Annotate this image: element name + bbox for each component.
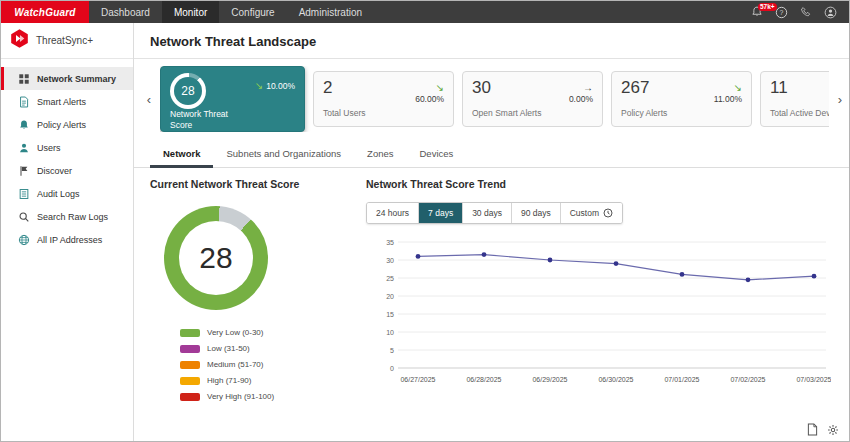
legend-label: Medium (51-70) bbox=[207, 360, 263, 369]
sidebar-item-smart-alerts[interactable]: Smart Alerts bbox=[1, 90, 133, 113]
legend-swatch bbox=[180, 377, 200, 385]
threat-score-legend: Very Low (0-30) Low (31-50) Medium (51-7… bbox=[180, 328, 362, 401]
carousel-next-icon[interactable]: › bbox=[833, 92, 847, 107]
threat-score-donut-chart: 28 bbox=[164, 206, 268, 310]
kpi-cards-carousel: ‹ 28 ↘ 10.00% Network Threat Score 2 bbox=[134, 59, 849, 139]
help-icon[interactable]: ? bbox=[775, 6, 788, 19]
tab-devices[interactable]: Devices bbox=[407, 141, 467, 168]
svg-text:35: 35 bbox=[386, 239, 394, 246]
range-custom-button[interactable]: Custom bbox=[561, 203, 622, 223]
card-label: Total Users bbox=[323, 108, 403, 119]
account-user-icon[interactable] bbox=[824, 6, 837, 19]
carousel-prev-icon[interactable]: ‹ bbox=[142, 92, 156, 107]
svg-text:15: 15 bbox=[386, 311, 394, 318]
sidebar-item-network-summary[interactable]: Network Summary bbox=[1, 67, 133, 90]
sidebar-menu: Network Summary Smart Alerts Policy Aler… bbox=[1, 59, 133, 251]
sidebar-item-label: Network Summary bbox=[37, 74, 116, 84]
card-label: Total Active Devices bbox=[770, 108, 829, 119]
sidebar-item-policy-alerts[interactable]: Policy Alerts bbox=[1, 113, 133, 136]
svg-text:5: 5 bbox=[390, 347, 394, 354]
range-7-days-button[interactable]: 7 days bbox=[419, 203, 463, 223]
sidebar-item-label: Policy Alerts bbox=[37, 120, 86, 130]
sidebar: ThreatSync+ Network Summary Smart Alerts… bbox=[1, 23, 134, 441]
navbar-utility-icons: 57k+ ? bbox=[751, 1, 849, 23]
threat-score-mini-gauge: 28 bbox=[170, 73, 206, 109]
svg-text:0: 0 bbox=[390, 365, 394, 372]
notifications-bell-icon[interactable]: 57k+ bbox=[751, 6, 763, 18]
svg-text:30: 30 bbox=[386, 257, 394, 264]
dashboard-grid-icon bbox=[17, 73, 30, 85]
user-icon bbox=[17, 142, 30, 154]
legend-label: Low (31-50) bbox=[207, 344, 250, 353]
card-network-threat-score[interactable]: 28 ↘ 10.00% Network Threat Score bbox=[160, 66, 305, 132]
tab-network[interactable]: Network bbox=[150, 141, 213, 168]
threat-score-delta: ↘ 10.00% bbox=[255, 81, 295, 91]
tab-zones[interactable]: Zones bbox=[354, 141, 406, 168]
time-range-selector: 24 hours 7 days 30 days 90 days Custom bbox=[366, 202, 623, 224]
dashboard-panels: Current Network Threat Score 28 Very Low… bbox=[134, 168, 849, 441]
globe-icon bbox=[17, 234, 30, 246]
sidebar-item-search-raw-logs[interactable]: Search Raw Logs bbox=[1, 205, 133, 228]
sidebar-item-label: Users bbox=[37, 143, 61, 153]
search-icon bbox=[17, 211, 30, 223]
card-label: Policy Alerts bbox=[621, 108, 701, 119]
threat-score-value: 28 bbox=[181, 84, 194, 98]
alert-bell-icon bbox=[17, 119, 30, 131]
card-delta: ↘ 60.00% bbox=[415, 83, 444, 104]
clock-icon bbox=[603, 208, 613, 218]
card-policy-alerts[interactable]: 267 ↘ 11.00% Policy Alerts bbox=[611, 71, 752, 127]
legend-item: Low (31-50) bbox=[180, 344, 362, 353]
nav-item-configure[interactable]: Configure bbox=[219, 1, 286, 23]
tab-subnets-and-organizations[interactable]: Subnets and Organizations bbox=[213, 141, 354, 168]
watchguard-logo[interactable]: WatchGuard bbox=[1, 1, 89, 23]
delta-percent: 10.00% bbox=[266, 82, 295, 91]
support-phone-icon[interactable] bbox=[800, 6, 812, 18]
legend-item: Medium (51-70) bbox=[180, 360, 362, 369]
svg-text:06/28/2025: 06/28/2025 bbox=[466, 376, 501, 383]
svg-text:07/01/2025: 07/01/2025 bbox=[664, 376, 699, 383]
card-label: Open Smart Alerts bbox=[472, 108, 552, 119]
sidebar-item-label: Discover bbox=[37, 166, 72, 176]
svg-text:06/30/2025: 06/30/2025 bbox=[598, 376, 633, 383]
kpi-cards-track: 28 ↘ 10.00% Network Threat Score 2 ↘ 60.… bbox=[160, 66, 829, 132]
top-navbar: WatchGuard Dashboard Monitor Configure A… bbox=[1, 1, 849, 23]
svg-text:07/03/2025: 07/03/2025 bbox=[796, 376, 831, 383]
notification-count-badge: 57k+ bbox=[758, 3, 777, 11]
donut-score-value: 28 bbox=[199, 241, 232, 275]
svg-text:07/02/2025: 07/02/2025 bbox=[730, 376, 765, 383]
export-report-icon[interactable] bbox=[807, 423, 818, 436]
threatsync-logo-icon bbox=[9, 28, 30, 53]
sidebar-item-audit-logs[interactable]: Audit Logs bbox=[1, 182, 133, 205]
flag-icon bbox=[17, 165, 30, 177]
threat-score-trend-panel: Network Threat Score Trend 24 hours 7 da… bbox=[362, 178, 833, 441]
settings-gear-icon[interactable] bbox=[827, 424, 839, 436]
nav-item-monitor[interactable]: Monitor bbox=[162, 1, 219, 23]
delta-percent: 0.00% bbox=[569, 95, 593, 104]
card-open-smart-alerts[interactable]: 30 → 0.00% Open Smart Alerts bbox=[462, 71, 603, 127]
sidebar-item-discover[interactable]: Discover bbox=[1, 159, 133, 182]
sidebar-item-label: All IP Addresses bbox=[37, 235, 102, 245]
panel-title: Network Threat Score Trend bbox=[366, 178, 833, 190]
card-value: 11 bbox=[770, 79, 829, 96]
svg-text:?: ? bbox=[780, 8, 784, 15]
view-tabs: Network Subnets and Organizations Zones … bbox=[134, 139, 849, 168]
legend-item: Very Low (0-30) bbox=[180, 328, 362, 337]
trend-down-icon: ↘ bbox=[255, 81, 263, 91]
card-total-active-devices[interactable]: 11 Total Active Devices bbox=[760, 71, 829, 127]
range-30-days-button[interactable]: 30 days bbox=[463, 203, 512, 223]
legend-swatch bbox=[180, 361, 200, 369]
sidebar-item-all-ip-addresses[interactable]: All IP Addresses bbox=[1, 228, 133, 251]
card-delta: → 0.00% bbox=[569, 83, 593, 104]
trend-flat-icon: → bbox=[583, 83, 593, 93]
range-24-hours-button[interactable]: 24 hours bbox=[367, 203, 419, 223]
range-90-days-button[interactable]: 90 days bbox=[512, 203, 561, 223]
range-custom-label: Custom bbox=[570, 209, 599, 218]
nav-item-administration[interactable]: Administration bbox=[287, 1, 374, 23]
legend-swatch bbox=[180, 329, 200, 337]
card-total-users[interactable]: 2 ↘ 60.00% Total Users bbox=[313, 71, 454, 127]
current-threat-score-panel: Current Network Threat Score 28 Very Low… bbox=[150, 178, 362, 441]
app-window: WatchGuard Dashboard Monitor Configure A… bbox=[0, 0, 850, 442]
nav-item-dashboard[interactable]: Dashboard bbox=[89, 1, 162, 23]
sidebar-item-users[interactable]: Users bbox=[1, 136, 133, 159]
legend-label: High (71-90) bbox=[207, 376, 251, 385]
